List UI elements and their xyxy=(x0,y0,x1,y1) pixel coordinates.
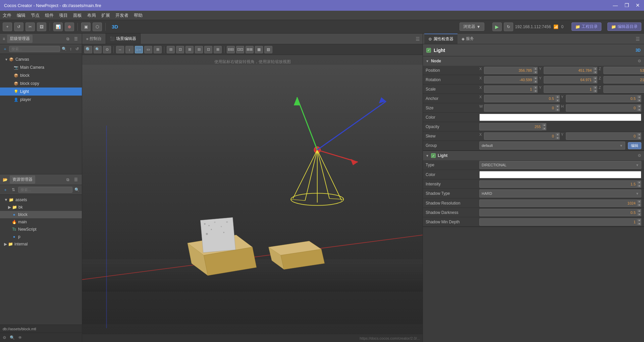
close-button[interactable]: ✕ xyxy=(636,2,640,8)
play-button[interactable]: ▶ xyxy=(492,22,502,31)
dist-v-btn[interactable]: ⊡⊡ xyxy=(236,46,244,53)
scale-x-up[interactable]: ▲ xyxy=(534,86,538,89)
eye-icon[interactable]: 👁 xyxy=(18,335,22,340)
asset-item-internal[interactable]: ▶ 📁 internal xyxy=(0,240,82,248)
pos-x-down[interactable]: ▼ xyxy=(534,70,538,74)
pos-x-up[interactable]: ▲ xyxy=(534,67,538,70)
menu-dev[interactable]: 开发者 xyxy=(115,12,128,18)
redo-button[interactable]: ✂ xyxy=(25,22,35,31)
align-top-btn[interactable]: ⊟ xyxy=(195,46,203,53)
menu-extend[interactable]: 扩展 xyxy=(101,12,110,18)
preview2-button[interactable]: ⬡ xyxy=(93,22,102,31)
scene-view[interactable]: 使用鼠标右键旋转视角，使用滚轮缩放视图 xyxy=(82,55,423,334)
skew-y-input[interactable]: 0 xyxy=(566,132,638,140)
chart-button[interactable]: 📊 xyxy=(53,22,63,31)
hierarchy-menu-btn[interactable]: ☰ xyxy=(72,36,79,42)
preview-button[interactable]: ▣ xyxy=(81,22,91,31)
service-tab[interactable]: ◈ 服务 xyxy=(458,34,478,44)
match-size-btn[interactable]: ▦ xyxy=(255,46,263,53)
menu-component[interactable]: 组件 xyxy=(45,12,54,18)
node-section-gear[interactable]: ⚙ xyxy=(638,59,641,63)
scale-y-down[interactable]: ▼ xyxy=(593,89,597,93)
hierarchy-search-input[interactable] xyxy=(9,46,60,52)
size-h-down[interactable]: ▼ xyxy=(637,108,641,112)
shadow-dark-input[interactable]: 0.5 xyxy=(479,209,637,216)
browser-button[interactable]: 浏览器 ▼ xyxy=(460,22,484,31)
align-left-btn[interactable]: ⊟ xyxy=(167,46,175,53)
add-node-button[interactable]: ＋ xyxy=(3,22,12,31)
project-dir-button[interactable]: 📁 工程目录 xyxy=(572,22,601,31)
skew-x-input[interactable]: 0 xyxy=(484,132,556,140)
hierarchy-search-icon[interactable]: 🔍 xyxy=(61,46,67,52)
maximize-button[interactable]: ❐ xyxy=(625,2,629,8)
zoom-out-btn[interactable]: 🔍 xyxy=(94,46,102,53)
scale-z-input[interactable]: 1 xyxy=(603,86,644,93)
rot-y-input[interactable]: 64.971 xyxy=(544,76,593,83)
build-button[interactable]: ⊕ xyxy=(65,22,74,31)
menu-edit[interactable]: 编辑 xyxy=(17,12,25,18)
pos-x-input[interactable]: 356.785 xyxy=(484,67,534,74)
scene-editor-tab[interactable]: ⬛ 场景编辑器 xyxy=(106,34,141,44)
menu-project[interactable]: 项目 xyxy=(59,12,68,18)
scale-y-input[interactable]: 1 xyxy=(544,86,593,93)
zoom-in-btn[interactable]: 🔍 xyxy=(84,46,92,53)
align-bottom-btn[interactable]: ⊞ xyxy=(214,46,222,53)
group-edit-button[interactable]: 编辑 xyxy=(628,142,641,149)
intensity-input[interactable]: 1.5 xyxy=(479,180,637,188)
light-section-header[interactable]: ▼ ✓ Light ⚙ xyxy=(423,151,644,160)
canvas-arrow[interactable]: ▼ xyxy=(4,58,9,61)
tree-item-canvas[interactable]: ▼ 📦 Canvas xyxy=(0,55,82,63)
pos-y-up[interactable]: ▲ xyxy=(593,67,597,70)
zoom-fit-btn[interactable]: ⊙ xyxy=(103,46,111,53)
skew-x-down[interactable]: ▼ xyxy=(556,136,560,140)
assets-menu-btn[interactable]: ☰ xyxy=(72,176,79,183)
assets-search-icon[interactable]: 🔍 xyxy=(74,187,80,193)
scale-tool-btn[interactable]: ↕↔ xyxy=(135,46,143,53)
size-h-input[interactable]: 0 xyxy=(566,104,638,112)
intensity-down[interactable]: ▼ xyxy=(637,184,641,188)
scale-x-input[interactable]: 1 xyxy=(484,86,534,93)
menu-help[interactable]: 帮助 xyxy=(134,12,143,18)
rot-y-down[interactable]: ▼ xyxy=(593,80,597,83)
node-color-swatch[interactable] xyxy=(479,114,641,121)
assets-add-btn[interactable]: ＋ xyxy=(2,186,9,193)
size-h-up[interactable]: ▲ xyxy=(637,104,641,108)
scale-x-down[interactable]: ▼ xyxy=(534,89,538,93)
skew-y-up[interactable]: ▲ xyxy=(637,132,641,136)
shadow-res-up[interactable]: ▲ xyxy=(637,199,641,203)
anchor-x-down[interactable]: ▼ xyxy=(556,99,560,102)
light-section-gear[interactable]: ⚙ xyxy=(638,153,641,158)
tree-item-block[interactable]: ▶ 📦 block xyxy=(0,71,82,79)
bk-expand-arrow[interactable]: ▶ xyxy=(8,205,11,210)
screenshot-button[interactable]: 🖼 xyxy=(37,22,46,31)
console-tab[interactable]: ≡ 控制台 xyxy=(82,34,106,44)
shadow-res-down[interactable]: ▼ xyxy=(637,203,641,207)
3d-toggle[interactable]: 3D xyxy=(109,24,121,30)
undo-button[interactable]: ↺ xyxy=(14,22,23,31)
rot-y-up[interactable]: ▲ xyxy=(593,76,597,80)
refresh-button[interactable]: ↻ xyxy=(504,22,513,31)
internal-expand-arrow[interactable]: ▶ xyxy=(4,242,7,246)
node-section-header[interactable]: ▼ Node ⚙ xyxy=(423,56,644,66)
group-dropdown[interactable]: default ▼ xyxy=(479,141,625,150)
opacity-up[interactable]: ▲ xyxy=(542,123,546,127)
anchor-x-input[interactable]: 0.5 xyxy=(484,95,556,102)
opacity-input[interactable]: 255 xyxy=(479,123,542,130)
hierarchy-refresh-btn[interactable]: ↺ xyxy=(74,46,80,52)
tree-item-light[interactable]: ▶ 💡 Light xyxy=(0,88,82,96)
pos-y-down[interactable]: ▼ xyxy=(593,70,597,74)
align-right-btn[interactable]: ⊞ xyxy=(185,46,194,53)
hierarchy-add-btn[interactable]: ＋ xyxy=(2,46,8,52)
anchor-x-up[interactable]: ▲ xyxy=(556,95,560,99)
tab-menu-btn[interactable]: ☰ xyxy=(416,36,420,42)
assets-copy-btn[interactable]: ⧉ xyxy=(64,176,71,183)
asset-item-assets[interactable]: ▼ 📁 assets xyxy=(0,196,82,204)
asset-item-main[interactable]: 🔥 main xyxy=(0,218,82,226)
match-width-btn[interactable]: ▧ xyxy=(264,46,272,53)
hierarchy-expand-btn[interactable]: ↕ xyxy=(68,46,73,52)
assets-sort-btn[interactable]: ⇅ xyxy=(10,186,17,193)
size-w-input[interactable]: 0 xyxy=(484,104,556,112)
menu-node[interactable]: 节点 xyxy=(31,12,40,18)
menu-file[interactable]: 文件 xyxy=(3,12,11,18)
rot-z-input[interactable]: 21.365 xyxy=(603,76,644,83)
